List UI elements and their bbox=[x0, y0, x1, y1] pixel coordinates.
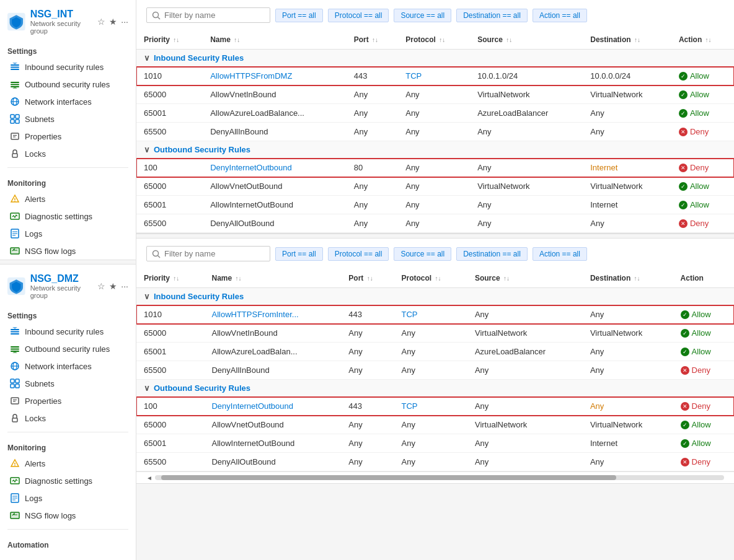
table-row[interactable]: 65000 AllowVnetOutBound Any Any VirtualN… bbox=[136, 177, 734, 196]
star4-icon[interactable]: ★ bbox=[109, 281, 117, 291]
sidebar-item-nsgflow1[interactable]: NSG flow logs bbox=[0, 242, 136, 260]
sidebar-item-logs1[interactable]: Logs bbox=[0, 225, 136, 242]
sidebar-item-inbound2[interactable]: Inbound security rules bbox=[0, 323, 136, 340]
cell-name[interactable]: DenyAllInBound bbox=[204, 361, 341, 380]
col-name[interactable]: Name ↑↓ bbox=[203, 30, 347, 50]
sidebar-item-locks2[interactable]: Locks bbox=[0, 409, 136, 427]
col-destination[interactable]: Destination ↑↓ bbox=[583, 30, 671, 50]
nsg2-action-filter[interactable]: Action == all bbox=[533, 247, 587, 261]
nsg1-source-filter[interactable]: Source == all bbox=[394, 9, 451, 22]
col2-action[interactable]: Action bbox=[673, 269, 734, 288]
cell-name[interactable]: AllowInternetOutBound bbox=[204, 434, 341, 453]
rule-name-link[interactable]: DenyInternetOutbound bbox=[211, 401, 293, 411]
table-row[interactable]: 65001 AllowInternetOutBound Any Any Any … bbox=[136, 196, 734, 214]
cell-destination: Any bbox=[583, 397, 673, 416]
sidebar-item-inbound1[interactable]: Inbound security rules bbox=[0, 58, 136, 76]
cell-name[interactable]: DenyAllOutBound bbox=[204, 453, 341, 471]
table-row[interactable]: 65500 DenyAllOutBound Any Any Any Any ✕ … bbox=[136, 453, 734, 471]
col-port[interactable]: Port ↑↓ bbox=[347, 30, 398, 50]
nsg2-destination-filter[interactable]: Destination == all bbox=[456, 247, 528, 261]
star3-icon[interactable]: ☆ bbox=[97, 281, 105, 291]
table-row[interactable]: 1010 AllowHTTPSFromInter... 443 TCP Any … bbox=[136, 305, 734, 324]
cell-name[interactable]: DenyAllInBound bbox=[203, 123, 347, 141]
cell-name[interactable]: AllowInternetOutBound bbox=[203, 196, 347, 214]
sidebar-item-network1[interactable]: Network interfaces bbox=[0, 93, 136, 110]
col2-port[interactable]: Port ↑↓ bbox=[341, 269, 394, 288]
cell-name[interactable]: DenyInternetOutbound bbox=[204, 397, 341, 416]
table-row[interactable]: 65001 AllowAzureLoadBalan... Any Any Azu… bbox=[136, 343, 734, 361]
cell-name[interactable]: AllowVnetOutBound bbox=[204, 416, 341, 434]
rule-name-link[interactable]: AllowHTTPSFromInter... bbox=[211, 310, 298, 319]
col2-protocol[interactable]: Protocol ↑↓ bbox=[394, 269, 467, 288]
svg-rect-45 bbox=[15, 384, 19, 388]
svg-rect-58 bbox=[11, 512, 19, 518]
sidebar-item-logs2[interactable]: Logs bbox=[0, 489, 136, 507]
sidebar-item-diagnostic1[interactable]: Diagnostic settings bbox=[0, 208, 136, 225]
sidebar-item-alerts2[interactable]: Alerts bbox=[0, 455, 136, 472]
table-row[interactable]: 65000 AllowVnetInBound Any Any VirtualNe… bbox=[136, 324, 734, 343]
nsg1-protocol-filter[interactable]: Protocol == all bbox=[328, 9, 389, 22]
table-row[interactable]: 65000 AllowVnetOutBound Any Any VirtualN… bbox=[136, 416, 734, 434]
cell-name[interactable]: AllowAzureLoadBalance... bbox=[203, 104, 347, 123]
nsg1-action-filter[interactable]: Action == all bbox=[533, 9, 587, 22]
nsg1-destination-filter[interactable]: Destination == all bbox=[456, 9, 528, 22]
table-row[interactable]: 65500 DenyAllInBound Any Any Any Any ✕ D… bbox=[136, 361, 734, 380]
subnets2-label: Subnets bbox=[25, 379, 55, 388]
cell-name[interactable]: AllowHTTPSFromDMZ bbox=[203, 67, 347, 85]
table-row[interactable]: 100 DenyInternetOutbound 443 TCP Any Any… bbox=[136, 397, 734, 416]
nsg2-search-box[interactable] bbox=[146, 246, 270, 261]
more2-icon[interactable]: ··· bbox=[121, 281, 128, 291]
table-row[interactable]: 100 DenyInternetOutbound 80 Any Any Inte… bbox=[136, 159, 734, 177]
sidebar-item-subnets1[interactable]: Subnets bbox=[0, 110, 136, 128]
cell-name[interactable]: AllowVnetInBound bbox=[203, 85, 347, 104]
nsg1-search-box[interactable] bbox=[146, 7, 270, 23]
table-row[interactable]: 65500 DenyAllInBound Any Any Any Any ✕ D… bbox=[136, 123, 734, 141]
cell-name[interactable]: AllowVnetInBound bbox=[204, 324, 341, 343]
sidebar-item-network2[interactable]: Network interfaces bbox=[0, 357, 136, 375]
col2-source[interactable]: Source ↑↓ bbox=[467, 269, 583, 288]
sidebar-item-outbound2[interactable]: Outbound security rules bbox=[0, 340, 136, 357]
col-priority[interactable]: Priority ↑↓ bbox=[136, 30, 203, 50]
nsg2-protocol-filter[interactable]: Protocol == all bbox=[328, 247, 389, 261]
nsg1-port-filter[interactable]: Port == all bbox=[275, 9, 323, 22]
cell-name[interactable]: AllowVnetOutBound bbox=[203, 177, 347, 196]
col-action[interactable]: Action ↑↓ bbox=[671, 30, 734, 50]
nsg2-filter-input[interactable] bbox=[164, 249, 263, 258]
col-source[interactable]: Source ↑↓ bbox=[470, 30, 583, 50]
scroll-thumb[interactable] bbox=[161, 475, 616, 480]
table-row[interactable]: 65001 AllowInternetOutBound Any Any Any … bbox=[136, 434, 734, 453]
sidebar-item-alerts1[interactable]: Alerts bbox=[0, 190, 136, 208]
sidebar-item-diagnostic2[interactable]: Diagnostic settings bbox=[0, 472, 136, 489]
table-row[interactable]: 65001 AllowAzureLoadBalance... Any Any A… bbox=[136, 104, 734, 123]
svg-point-52 bbox=[14, 465, 15, 466]
table-row[interactable]: 1010 AllowHTTPSFromDMZ 443 TCP 10.0.1.0/… bbox=[136, 67, 734, 85]
sidebar-item-properties2[interactable]: Properties bbox=[0, 392, 136, 409]
sidebar-item-locks1[interactable]: Locks bbox=[0, 145, 136, 162]
table-row[interactable]: 65000 AllowVnetInBound Any Any VirtualNe… bbox=[136, 85, 734, 104]
nsg2-port-filter[interactable]: Port == all bbox=[275, 247, 323, 261]
table-row[interactable]: 65500 DenyAllOutBound Any Any Any Any ✕ … bbox=[136, 214, 734, 233]
cell-name[interactable]: AllowHTTPSFromInter... bbox=[204, 305, 341, 324]
star-icon[interactable]: ☆ bbox=[97, 17, 105, 27]
nsg2-source-filter[interactable]: Source == all bbox=[394, 247, 451, 261]
chevron2-icon: ∨ bbox=[144, 383, 150, 393]
nsg1-filter-input[interactable] bbox=[164, 11, 263, 20]
sidebar-item-nsgflow2[interactable]: NSG flow logs bbox=[0, 507, 136, 524]
rule-name-link[interactable]: AllowHTTPSFromDMZ bbox=[210, 71, 292, 81]
col-protocol[interactable]: Protocol ↑↓ bbox=[398, 30, 470, 50]
sidebar-item-properties1[interactable]: Properties bbox=[0, 128, 136, 145]
scroll-left-arrow[interactable]: ◄ bbox=[146, 475, 153, 481]
cell-name[interactable]: DenyAllOutBound bbox=[203, 214, 347, 233]
more-icon[interactable]: ··· bbox=[121, 17, 128, 27]
cell-name[interactable]: AllowAzureLoadBalan... bbox=[204, 343, 341, 361]
star2-icon[interactable]: ★ bbox=[109, 17, 117, 27]
scroll-bar[interactable] bbox=[155, 475, 724, 480]
col2-destination[interactable]: Destination ↑↓ bbox=[583, 269, 673, 288]
svg-rect-1 bbox=[11, 64, 19, 66]
sidebar-item-subnets2[interactable]: Subnets bbox=[0, 375, 136, 392]
rule-name-link[interactable]: DenyInternetOutbound bbox=[210, 163, 292, 172]
col2-name[interactable]: Name ↑↓ bbox=[204, 269, 341, 288]
col2-priority[interactable]: Priority ↑↓ bbox=[136, 269, 204, 288]
sidebar-item-outbound1[interactable]: Outbound security rules bbox=[0, 76, 136, 93]
cell-name[interactable]: DenyInternetOutbound bbox=[203, 159, 347, 177]
